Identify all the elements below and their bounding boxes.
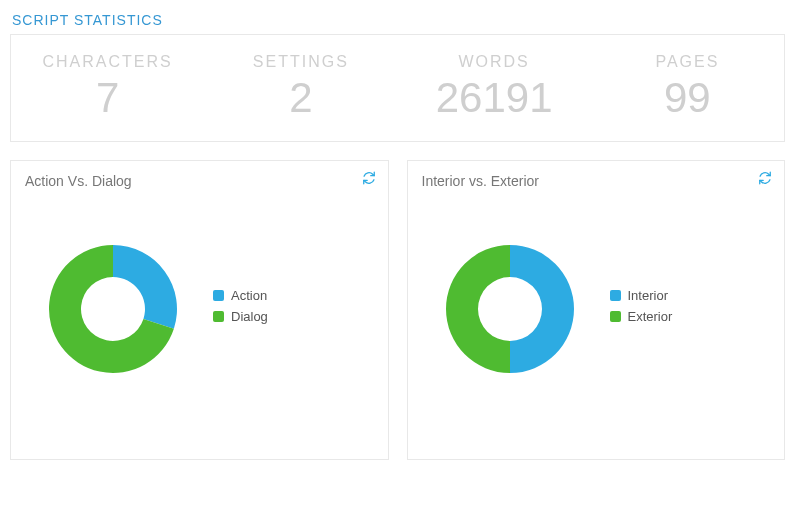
legend-label: Action xyxy=(231,288,267,303)
section-title: SCRIPT STATISTICS xyxy=(0,0,795,34)
legend-label: Interior xyxy=(628,288,668,303)
stat-characters: CHARACTERS 7 xyxy=(11,43,204,123)
stat-value: 7 xyxy=(11,71,204,123)
legend-label: Exterior xyxy=(628,309,673,324)
donut-chart-interior-exterior xyxy=(430,229,590,389)
legend-swatch xyxy=(610,290,621,301)
stat-label: CHARACTERS xyxy=(11,43,204,71)
legend-label: Dialog xyxy=(231,309,268,324)
legend-item-exterior: Exterior xyxy=(610,309,673,324)
card-title: Interior vs. Exterior xyxy=(422,173,771,189)
legend: Action Dialog xyxy=(213,288,268,330)
stat-pages: PAGES 99 xyxy=(591,43,784,123)
card-title: Action Vs. Dialog xyxy=(25,173,374,189)
legend-swatch xyxy=(610,311,621,322)
stat-words: WORDS 26191 xyxy=(398,43,591,123)
legend-item-action: Action xyxy=(213,288,268,303)
legend-item-dialog: Dialog xyxy=(213,309,268,324)
stats-bar: CHARACTERS 7 SETTINGS 2 WORDS 26191 PAGE… xyxy=(10,34,785,142)
card-action-vs-dialog: Action Vs. Dialog Action xyxy=(10,160,389,460)
stat-value: 26191 xyxy=(398,71,591,123)
stat-settings: SETTINGS 2 xyxy=(204,43,397,123)
donut-chart-action-dialog xyxy=(33,229,193,389)
refresh-icon[interactable] xyxy=(362,171,376,185)
stat-value: 99 xyxy=(591,71,784,123)
charts-row: Action Vs. Dialog Action xyxy=(0,160,795,470)
legend-swatch xyxy=(213,311,224,322)
stat-label: PAGES xyxy=(591,43,784,71)
stat-label: WORDS xyxy=(398,43,591,71)
stat-label: SETTINGS xyxy=(204,43,397,71)
card-interior-vs-exterior: Interior vs. Exterior Interior xyxy=(407,160,786,460)
legend-item-interior: Interior xyxy=(610,288,673,303)
stat-value: 2 xyxy=(204,71,397,123)
legend-swatch xyxy=(213,290,224,301)
legend: Interior Exterior xyxy=(610,288,673,330)
refresh-icon[interactable] xyxy=(758,171,772,185)
